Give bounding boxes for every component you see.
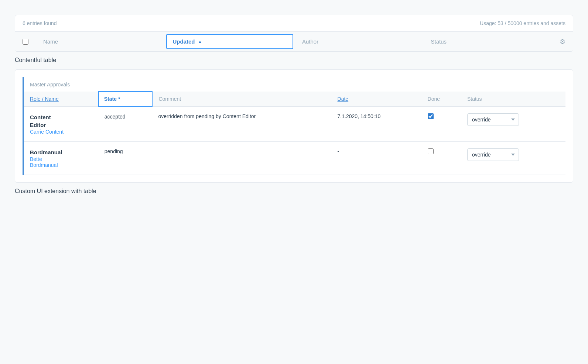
th-approvals-status: Status	[461, 92, 565, 107]
approvals-title: Master Approvals	[24, 77, 565, 91]
date-cell-1: 7.1.2020, 14:50:10	[332, 107, 422, 142]
comment-cell-1: overridden from pending by Content Edito…	[152, 107, 331, 142]
role-title-1: Content	[30, 113, 93, 121]
th-name[interactable]: Name	[36, 32, 165, 51]
th-updated[interactable]: Updated ▲	[166, 34, 294, 49]
th-comment: Comment	[152, 92, 331, 107]
approvals-inner: Master Approvals Role / Name State * Com…	[23, 77, 565, 175]
role-link-2b[interactable]: Bordmanual	[30, 162, 93, 168]
role-cell-2: Bordmanual Bette Bordmanual	[24, 142, 99, 175]
role-subtitle-1: Editor	[30, 121, 93, 129]
approvals-table: Role / Name State * Comment Date Done	[24, 91, 565, 175]
contentful-table-panel: 6 entries found Usage: 53 / 50000 entrie…	[15, 15, 573, 52]
date-cell-2: -	[332, 142, 422, 175]
settings-icon[interactable]: ⚙	[552, 38, 573, 46]
state-cell-1: accepted	[99, 107, 153, 142]
section-label-contentful: Contentful table	[15, 57, 573, 63]
th-author[interactable]: Author	[295, 32, 424, 51]
th-done: Done	[422, 92, 461, 107]
th-status[interactable]: Status	[424, 32, 553, 51]
select-all-checkbox-cell[interactable]	[15, 32, 36, 51]
comment-cell-2	[152, 142, 331, 175]
select-all-checkbox[interactable]	[23, 39, 28, 45]
done-cell-1[interactable]	[422, 107, 461, 142]
status-select-2[interactable]: override accept reject pending	[467, 148, 519, 161]
done-checkbox-1[interactable]	[428, 113, 434, 119]
th-role-name[interactable]: Role / Name	[24, 92, 99, 107]
status-select-1[interactable]: override accept reject pending	[467, 113, 519, 126]
status-cell-1[interactable]: override accept reject pending	[461, 107, 565, 142]
done-checkbox-2[interactable]	[428, 148, 434, 154]
th-state[interactable]: State *	[99, 92, 153, 107]
section-label-custom: Custom UI extension with table	[15, 188, 573, 195]
th-date[interactable]: Date	[332, 92, 422, 107]
table-header: Name Updated ▲ Author Status ⚙	[15, 31, 573, 51]
role-link-1[interactable]: Carrie Content	[30, 129, 93, 135]
table-row: Bordmanual Bette Bordmanual pending -	[24, 142, 565, 175]
master-approvals-panel: Master Approvals Role / Name State * Com…	[15, 69, 573, 183]
done-cell-2[interactable]	[422, 142, 461, 175]
sort-arrow-icon: ▲	[198, 39, 202, 44]
panel-meta: 6 entries found Usage: 53 / 50000 entrie…	[15, 15, 573, 31]
entries-count: 6 entries found	[23, 20, 57, 26]
table-row: Content Editor Carrie Content accepted o…	[24, 107, 565, 142]
status-cell-2[interactable]: override accept reject pending	[461, 142, 565, 175]
role-link-2a[interactable]: Bette	[30, 156, 93, 162]
state-cell-2: pending	[99, 142, 153, 175]
role-title-2: Bordmanual	[30, 148, 93, 156]
usage-info: Usage: 53 / 50000 entries and assets	[480, 20, 565, 26]
role-cell-1: Content Editor Carrie Content	[24, 107, 99, 142]
approvals-header-row: Role / Name State * Comment Date Done	[24, 92, 565, 107]
